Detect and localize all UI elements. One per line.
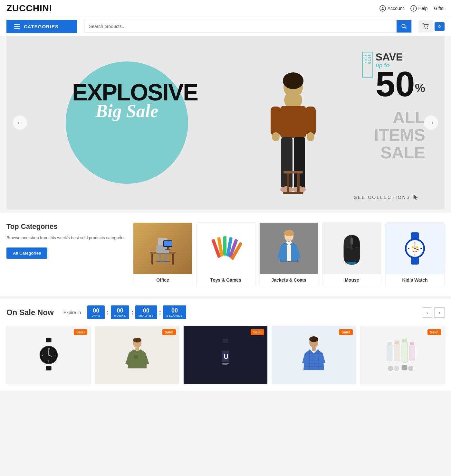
top-categories-sidebar: Top Categories Browse and shop from this… xyxy=(6,222,127,259)
sale-badge-tshirt: Sale! xyxy=(162,329,176,335)
category-card-toys[interactable]: Toys & Games xyxy=(196,222,255,286)
svg-rect-10 xyxy=(305,107,316,135)
category-label-jackets: Jackets & Coats xyxy=(260,274,318,286)
svg-point-57 xyxy=(412,246,414,248)
tshirt-svg xyxy=(121,336,153,374)
sale-next-button[interactable]: › xyxy=(434,307,445,318)
svg-text:3: 3 xyxy=(55,354,56,356)
see-collections-text: SEE COLLECTIONS xyxy=(354,195,410,200)
categories-label: CATEGORIES xyxy=(24,24,59,29)
svg-rect-46 xyxy=(411,257,419,265)
top-categories-description: Browse and shop from this week's best so… xyxy=(6,235,127,241)
hero-save-row: 15TH AUG SAVE up to 50 % xyxy=(362,52,425,99)
svg-rect-79 xyxy=(222,364,228,365)
svg-rect-89 xyxy=(318,350,319,370)
on-sale-title: On Sale Now xyxy=(6,308,54,317)
svg-text:U: U xyxy=(224,353,228,360)
search-button[interactable] xyxy=(397,20,411,33)
product-card-tshirt[interactable]: Sale! xyxy=(95,326,179,384)
see-collections[interactable]: SEE COLLECTIONS xyxy=(354,194,419,201)
category-card-jackets[interactable]: Jackets & Coats xyxy=(259,222,319,286)
categories-button[interactable]: CATEGORIES xyxy=(6,20,77,33)
help-nav[interactable]: ? Help xyxy=(410,5,428,12)
product-card-watch[interactable]: Sale! 12 3 6 9 xyxy=(6,326,91,384)
toolbar: CATEGORIES 0 xyxy=(0,17,451,36)
top-categories-section: Top Categories Browse and shop from this… xyxy=(0,213,451,296)
svg-point-11 xyxy=(272,132,280,141)
product-card-bottles[interactable]: Sale! xyxy=(360,326,445,384)
hero-all-items: ALL ITEMS SALE xyxy=(374,109,425,162)
sep3: : xyxy=(158,309,162,316)
days-value: 00 xyxy=(91,307,101,314)
cart-area[interactable]: 0 xyxy=(418,20,445,33)
bottles-svg xyxy=(383,336,422,374)
gifts-nav[interactable]: Gifts! xyxy=(434,6,445,11)
hero-prev-button[interactable]: ← xyxy=(13,116,27,130)
account-icon xyxy=(379,5,386,12)
header: ZUCCHINI Account ? Help Gifts! xyxy=(0,0,451,17)
account-nav[interactable]: Account xyxy=(379,5,404,12)
svg-rect-87 xyxy=(309,350,310,370)
svg-rect-100 xyxy=(409,345,415,361)
hero-50: 50 xyxy=(376,69,415,99)
svg-text:12: 12 xyxy=(48,348,50,350)
on-sale-section: On Sale Now Expire in 00 DAYS : 00 HOURS… xyxy=(0,299,451,391)
on-sale-header: On Sale Now Expire in 00 DAYS : 00 HOURS… xyxy=(6,305,445,319)
minutes-label: MINUTES xyxy=(139,314,154,317)
hero-text: EXPLOSIVE Big Sale xyxy=(72,81,182,121)
svg-rect-42 xyxy=(287,245,291,261)
search-input[interactable] xyxy=(84,21,397,32)
sale-badge-watch: Sale! xyxy=(74,329,87,335)
svg-point-44 xyxy=(347,262,357,264)
categories-grid: Office Toys & Games xyxy=(133,222,445,286)
top-categories-heading: Top Categories xyxy=(6,222,127,231)
hero-percent-row: 50 % xyxy=(376,69,425,99)
blue-shirt-svg xyxy=(298,334,330,376)
hero-banner: EXPLOSIVE Big Sale xyxy=(6,36,445,210)
hero-save-block: 15TH AUG SAVE up to 50 % xyxy=(362,52,425,99)
svg-rect-23 xyxy=(172,254,174,265)
all-items-line2: ITEMS xyxy=(374,126,425,144)
svg-rect-26 xyxy=(165,253,167,261)
all-items-line3: SALE xyxy=(374,144,425,162)
svg-rect-78 xyxy=(222,363,229,364)
sale-prev-button[interactable]: ‹ xyxy=(422,307,432,318)
svg-rect-45 xyxy=(411,232,419,239)
hamburger-icon xyxy=(14,24,20,29)
svg-point-103 xyxy=(388,366,393,371)
product-card-package[interactable]: Sale! U xyxy=(183,326,268,384)
svg-rect-17 xyxy=(283,171,303,173)
category-card-watch[interactable]: Kid's Watch xyxy=(385,222,445,286)
hero-next-button[interactable]: → xyxy=(424,116,438,130)
sale-badge-bottles: Sale! xyxy=(427,329,441,335)
category-label-watch: Kid's Watch xyxy=(386,274,444,286)
svg-rect-73 xyxy=(134,355,138,359)
svg-rect-59 xyxy=(46,338,52,342)
products-row: Sale! 12 3 6 9 Sal xyxy=(6,326,445,384)
svg-rect-52 xyxy=(408,248,409,249)
svg-rect-20 xyxy=(283,192,303,194)
top-categories-layout: Top Categories Browse and shop from this… xyxy=(6,222,445,286)
category-image-mouse xyxy=(322,223,381,274)
cart-icon-wrap xyxy=(418,20,433,33)
days-label: DAYS xyxy=(91,314,101,317)
category-label-toys: Toys & Games xyxy=(197,274,255,286)
hero-percent-sign: % xyxy=(415,82,425,94)
svg-point-69 xyxy=(48,354,49,355)
person-svg xyxy=(251,49,335,210)
category-card-office[interactable]: Office xyxy=(133,222,192,286)
category-card-mouse[interactable]: Mouse xyxy=(322,222,381,286)
svg-rect-19 xyxy=(297,173,300,193)
all-categories-button[interactable]: All Categories xyxy=(6,247,47,259)
countdown: 00 DAYS : 00 HOURS : 00 MINUTES : 00 SEC… xyxy=(87,305,186,319)
seconds-label: SECONDS xyxy=(166,314,183,317)
svg-point-12 xyxy=(307,132,314,141)
svg-rect-60 xyxy=(46,366,52,370)
sale-badge-package: Sale! xyxy=(251,329,264,335)
svg-rect-31 xyxy=(164,241,172,246)
svg-line-2 xyxy=(405,27,406,29)
sep2: : xyxy=(130,309,134,316)
cart-icon xyxy=(422,23,429,30)
category-image-office xyxy=(133,223,192,274)
product-card-blue-shirt[interactable]: Sale! xyxy=(272,326,356,384)
